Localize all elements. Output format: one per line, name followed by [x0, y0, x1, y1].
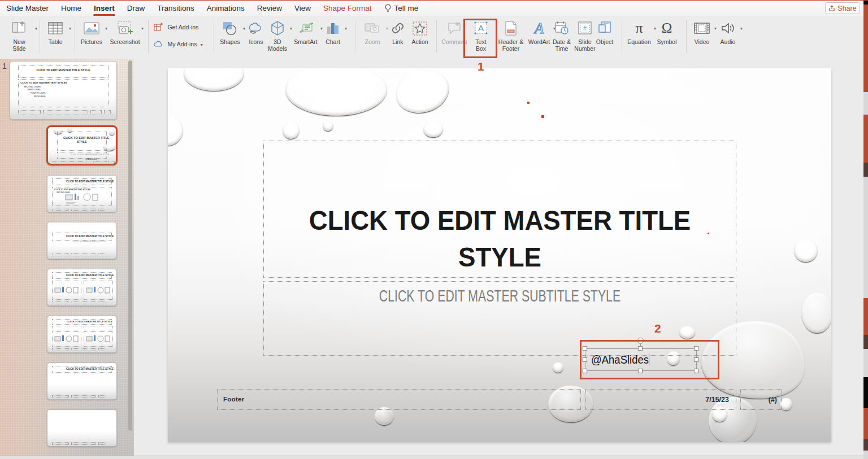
- ribbon-header-footer[interactable]: Header & Footer: [496, 19, 526, 52]
- thumbnail-master[interactable]: CLICK TO EDIT MASTER TITLE STYLE CLICK T…: [10, 61, 117, 120]
- thumbnail-two-content-layout[interactable]: CLICK TO EDIT MASTER TITLE STYLE: [47, 269, 117, 306]
- ribbon-wordart[interactable]: A WordArt: [526, 19, 553, 46]
- menu-transitions[interactable]: Transitions: [151, 1, 201, 16]
- chart-chevron[interactable]: ▾: [345, 26, 347, 31]
- ribbon-action[interactable]: Action: [408, 19, 432, 46]
- ribbon-table[interactable]: Table: [43, 19, 68, 46]
- my-addins-icon: [154, 40, 163, 48]
- droplet: [794, 239, 818, 262]
- ribbon: New Slide ▾ Table ▾ Pictures ▾ Screensho…: [0, 16, 868, 59]
- menu-animations[interactable]: Animations: [201, 1, 251, 16]
- ribbon-shapes[interactable]: Shapes: [217, 19, 243, 46]
- thumbnail-section-layout[interactable]: CLICK TO EDIT MASTER TITLE STYLE CLICK T…: [47, 222, 117, 259]
- equation-icon: π: [635, 19, 643, 37]
- wordart-icon: A: [531, 19, 548, 37]
- table-chevron[interactable]: ▾: [69, 26, 71, 31]
- annotation-label-2: 2: [654, 322, 661, 335]
- comment-icon: [446, 19, 462, 37]
- get-addins-icon: [154, 22, 163, 31]
- thumbnail-comparison-layout[interactable]: CLICK TO EDIT MASTER TITLE STYLE: [47, 316, 117, 353]
- thumbnail-title-layout-selected[interactable]: CLICK TO EDIT MASTER TITLESTYLE CLICK TO…: [46, 125, 118, 165]
- ribbon-link[interactable]: Link: [388, 19, 408, 46]
- menu-home[interactable]: Home: [55, 1, 88, 16]
- ribbon-new-slide[interactable]: New Slide: [5, 19, 34, 52]
- header-footer-icon: [504, 19, 518, 37]
- icons-icon: [248, 19, 264, 37]
- slide-canvas[interactable]: CLICK TO EDIT MASTER TITLESTYLE CLICK TO…: [168, 68, 831, 442]
- droplet: [423, 122, 443, 137]
- action-icon: [412, 19, 428, 37]
- annotation-rect-1: [463, 19, 497, 58]
- annotation-label-1: 1: [478, 60, 484, 73]
- thumbnail-content-layout[interactable]: CLICK TO EDIT MASTER TITLE STYLE CLICK T…: [47, 175, 117, 212]
- slide-number-icon: #: [577, 19, 593, 37]
- screenshot-icon: [116, 19, 134, 37]
- date-text: 7/15/23: [705, 396, 729, 404]
- chart-icon: [325, 19, 341, 37]
- title-placeholder[interactable]: CLICK TO EDIT MASTER TITLESTYLE: [263, 141, 736, 278]
- comparison-icons-right: [86, 335, 111, 345]
- symbol-icon: Ω: [662, 19, 672, 37]
- thumbnail-title-only-layout[interactable]: CLICK TO EDIT MASTER TITLE STYLE: [47, 362, 117, 400]
- slidenumber-text: (#): [769, 396, 777, 404]
- menu-shape-format[interactable]: Shape Format: [317, 1, 378, 16]
- new-slide-chevron[interactable]: ▾: [35, 26, 37, 31]
- date-placeholder[interactable]: 7/15/23: [585, 389, 736, 410]
- lightbulb-icon: [384, 4, 392, 12]
- link-icon: [390, 19, 406, 37]
- menu-slide-master[interactable]: Slide Master: [0, 1, 55, 16]
- droplet: [392, 68, 453, 117]
- ribbon-video[interactable]: Video: [691, 19, 713, 46]
- master-slide-number: 1: [2, 62, 7, 71]
- ribbon-zoom: Zoom: [359, 19, 385, 46]
- ribbon-date-time[interactable]: Date & Time: [549, 19, 574, 52]
- status-bar: [0, 456, 868, 459]
- menu-draw[interactable]: Draw: [121, 1, 151, 16]
- droplet: [323, 121, 333, 131]
- object-icon: [597, 19, 612, 37]
- ribbon-smartart[interactable]: SmartArt: [292, 19, 320, 46]
- audio-chevron[interactable]: ▾: [740, 26, 743, 31]
- droplet: [553, 362, 563, 373]
- thumbnail-scrollbar[interactable]: [128, 60, 132, 431]
- smartart-icon: [297, 19, 314, 37]
- content-icons-right: [86, 286, 111, 298]
- droplet: [283, 122, 300, 139]
- red-artifact-dot: [541, 115, 544, 118]
- menu-view[interactable]: View: [288, 1, 317, 16]
- ribbon-equation[interactable]: π Equation: [625, 19, 653, 46]
- ribbon-my-addins[interactable]: My Add-ins ▾: [154, 38, 203, 49]
- ribbon-screenshot[interactable]: Screenshot: [108, 19, 141, 46]
- share-icon: [828, 5, 835, 12]
- slide-workspace: CLICK TO EDIT MASTER TITLESTYLE CLICK TO…: [134, 59, 863, 456]
- ribbon-get-addins[interactable]: Get Add-ins: [154, 21, 198, 32]
- date-time-icon: [554, 19, 570, 37]
- new-slide-icon: [11, 19, 28, 37]
- thumbnail-blank-layout[interactable]: [47, 409, 117, 447]
- red-artifact-dot: [527, 102, 530, 104]
- menu-review[interactable]: Review: [251, 1, 288, 16]
- menu-tell-me[interactable]: Tell me: [378, 1, 425, 16]
- ribbon-chart[interactable]: Chart: [321, 19, 345, 46]
- footer-text: Footer: [223, 396, 245, 403]
- pictures-chevron[interactable]: ▾: [105, 26, 107, 31]
- table-icon: [47, 19, 63, 37]
- footer-placeholder[interactable]: Footer: [217, 389, 581, 410]
- content-icons: [64, 193, 98, 205]
- ribbon-icons[interactable]: Icons: [245, 19, 267, 46]
- svg-text:#: #: [583, 25, 587, 32]
- share-button[interactable]: Share: [825, 2, 860, 14]
- comparison-icons-left: [54, 335, 79, 345]
- ribbon-audio[interactable]: Audio: [717, 19, 739, 46]
- slidenumber-placeholder[interactable]: (#): [740, 389, 782, 410]
- droplet: [285, 68, 387, 116]
- ribbon-3d-models[interactable]: 3D Models: [266, 19, 289, 52]
- menu-insert[interactable]: Insert: [88, 1, 121, 16]
- screenshot-chevron[interactable]: ▾: [141, 26, 144, 31]
- ribbon-pictures[interactable]: Pictures: [79, 19, 105, 46]
- annotation-rect-2: [580, 340, 719, 379]
- ribbon-object[interactable]: Object: [593, 19, 617, 46]
- title-text: CLICK TO EDIT MASTER TITLESTYLE: [276, 202, 724, 277]
- droplet: [168, 115, 183, 146]
- ribbon-symbol[interactable]: Ω Symbol: [654, 19, 679, 46]
